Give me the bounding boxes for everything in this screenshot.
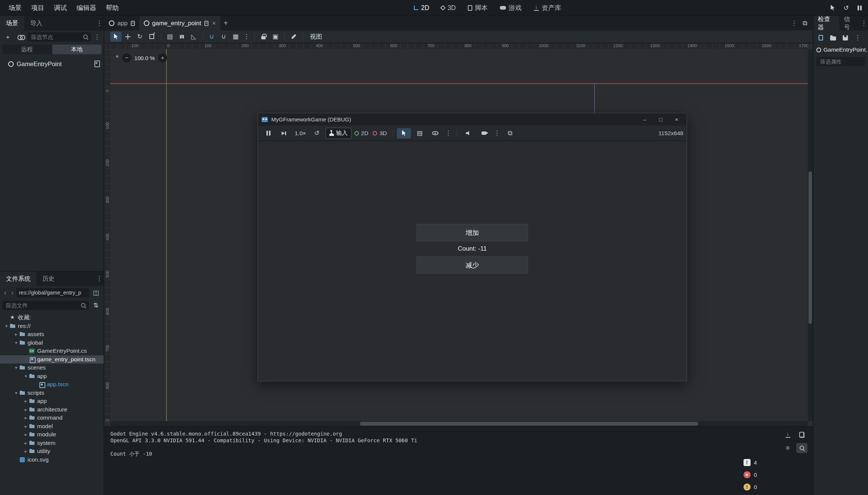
ruler-tool-button[interactable]: ◺ xyxy=(188,32,199,42)
file-tree-row[interactable]: res:// xyxy=(0,322,104,330)
input-mode-toggle[interactable]: 输入 xyxy=(326,128,352,139)
save-resource-button[interactable] xyxy=(841,33,850,43)
file-tree-row[interactable]: command xyxy=(0,414,104,422)
menubar-menu-item[interactable]: 项目 xyxy=(26,0,49,16)
tree-expand-icon[interactable] xyxy=(13,332,19,337)
camera-override-button[interactable] xyxy=(477,128,491,139)
instance-scene-button[interactable] xyxy=(15,32,26,42)
speed-select[interactable]: 1.0× xyxy=(292,130,308,137)
scene-dock-menu-icon[interactable]: ⋮ xyxy=(95,19,104,27)
filesystem-dock-menu-icon[interactable]: ⋮ xyxy=(95,275,104,283)
tab-import[interactable]: 导入 xyxy=(24,16,48,30)
tree-expand-icon[interactable] xyxy=(23,398,29,404)
maximize-button[interactable]: □ xyxy=(654,115,667,124)
vertical-ruler[interactable]: 0100200300400500600700800900 xyxy=(104,49,110,421)
inspected-node-row[interactable]: GameEntryPoint. xyxy=(813,45,868,55)
tree-expand-icon[interactable] xyxy=(13,340,19,345)
mode-2d-button[interactable]: 2D xyxy=(353,128,370,139)
scrollbar-thumb[interactable] xyxy=(360,422,698,426)
tab-signals[interactable]: 信号 xyxy=(839,16,860,30)
tree-expand-icon[interactable] xyxy=(23,432,29,437)
new-scene-tab-button[interactable]: + xyxy=(220,16,231,30)
tab-filesystem[interactable]: 文件系统 xyxy=(0,271,36,286)
visibility-button[interactable] xyxy=(428,128,442,139)
save-log-button[interactable] xyxy=(782,430,793,440)
sort-files-icon[interactable]: ⇅ xyxy=(90,300,101,310)
group-selected-button[interactable]: ▣ xyxy=(270,32,281,42)
issues-badge[interactable]: ! 4 xyxy=(744,458,757,467)
mode-3d-button[interactable]: 3D xyxy=(371,128,388,139)
inspector-dock-menu-icon[interactable]: ⋮ xyxy=(860,19,868,27)
horizontal-ruler[interactable]: -100010020030040050060070080090010001100… xyxy=(110,43,808,49)
add-node-button[interactable]: ＋ xyxy=(2,32,13,42)
file-tree-row[interactable]: game_entry_point.tscn xyxy=(0,355,104,364)
nav-forward-icon[interactable]: › xyxy=(9,289,15,297)
inspector-extra-menu-icon[interactable]: ⋮ xyxy=(853,34,862,42)
search-log-button[interactable] xyxy=(796,443,807,453)
file-tree-row[interactable]: assets xyxy=(0,330,104,339)
tab-history[interactable]: 历史 xyxy=(36,271,61,286)
split-view-icon[interactable]: ◫ xyxy=(90,288,101,298)
file-tree-row[interactable]: GameEntryPoint.cs xyxy=(0,347,104,355)
pause-game-button[interactable] xyxy=(854,3,865,13)
smart-snap-toggle[interactable]: ∪ xyxy=(206,32,217,42)
scale-tool-button[interactable] xyxy=(146,32,157,42)
file-tree-row[interactable]: icon.svg xyxy=(0,456,104,464)
workspace-game-button[interactable]: 游戏 xyxy=(495,2,526,13)
game-window[interactable]: MyGFrameworkGame (DEBUG) – □ × 1.0× ↺ 输入… xyxy=(258,113,687,381)
reset-speed-button[interactable]: ↺ xyxy=(310,128,324,139)
file-tree-row[interactable]: scenes xyxy=(0,364,104,372)
errors-badge[interactable]: × 0 xyxy=(744,470,757,479)
game-pick-button[interactable] xyxy=(827,3,838,13)
filter-files-input[interactable] xyxy=(5,302,81,309)
minimize-button[interactable]: – xyxy=(638,115,651,124)
close-tab-icon[interactable]: × xyxy=(212,20,216,27)
restart-game-button[interactable]: ↺ xyxy=(841,3,852,13)
snap-grid-button[interactable]: ▦ xyxy=(230,32,241,42)
tree-expand-icon[interactable] xyxy=(23,374,29,379)
menubar-menu-item[interactable]: 帮助 xyxy=(101,0,124,16)
file-tree-row[interactable]: architecture xyxy=(0,406,104,414)
game-window-titlebar[interactable]: MyGFrameworkGame (DEBUG) – □ × xyxy=(258,113,687,126)
scene-tree-root-node[interactable]: GameEntryPoint xyxy=(0,58,104,69)
vertical-scrollbar[interactable] xyxy=(808,49,813,421)
tree-expand-icon[interactable] xyxy=(13,390,19,395)
horizontal-scrollbar[interactable] xyxy=(110,421,808,426)
workspace-2d-button[interactable]: 2D xyxy=(409,2,434,13)
mute-audio-button[interactable] xyxy=(461,128,475,139)
filter-log-button[interactable]: ≡ xyxy=(782,443,793,453)
workspace-script-button[interactable]: 脚本 xyxy=(463,2,492,13)
open-script-icon[interactable] xyxy=(94,61,100,67)
expand-viewport-icon[interactable]: ⧉ xyxy=(799,18,810,28)
warnings-badge[interactable]: ! 0 xyxy=(744,482,757,491)
decrease-button[interactable]: 减少 xyxy=(417,256,528,274)
camera-options-menu-icon[interactable]: ⋮ xyxy=(492,129,501,137)
menubar-menu-item[interactable]: 编辑器 xyxy=(72,0,101,16)
tree-expand-icon[interactable] xyxy=(23,440,29,446)
node-hierarchy-button[interactable]: ▤ xyxy=(412,128,427,139)
file-tree-row[interactable]: app.tscn xyxy=(0,380,104,389)
tree-expand-icon[interactable] xyxy=(4,323,9,329)
canvas-2d[interactable]: MyGFrameworkGame (DEBUG) – □ × 1.0× ↺ 输入… xyxy=(110,49,808,421)
select-tool-button[interactable] xyxy=(110,32,122,42)
grid-snap-toggle[interactable]: ∪ xyxy=(218,32,229,42)
next-frame-button[interactable] xyxy=(277,128,291,139)
skeleton-options-button[interactable] xyxy=(288,32,299,42)
scrollbar-thumb[interactable] xyxy=(809,172,812,324)
zoom-out-button[interactable]: − xyxy=(122,53,131,62)
file-tree-row[interactable]: module xyxy=(0,430,104,439)
select-options-menu-icon[interactable]: ⋮ xyxy=(444,129,453,137)
remote-button[interactable]: 远程 xyxy=(2,45,52,54)
increase-button[interactable]: 增加 xyxy=(417,224,528,241)
file-tree-row[interactable]: app xyxy=(0,397,104,406)
file-tree-row[interactable]: scripts xyxy=(0,389,104,397)
file-tree-row[interactable]: app xyxy=(0,372,104,381)
workspace-assetlib-button[interactable]: 资产库 xyxy=(529,2,566,13)
nav-back-icon[interactable]: ‹ xyxy=(2,289,8,297)
tree-expand-icon[interactable] xyxy=(23,407,29,412)
file-tree-row[interactable]: model xyxy=(0,422,104,431)
tree-expand-icon[interactable] xyxy=(13,365,19,370)
scene-tab-app[interactable]: app xyxy=(104,16,139,30)
select-node-button[interactable] xyxy=(397,128,411,139)
pan-tool-button[interactable] xyxy=(176,32,187,42)
